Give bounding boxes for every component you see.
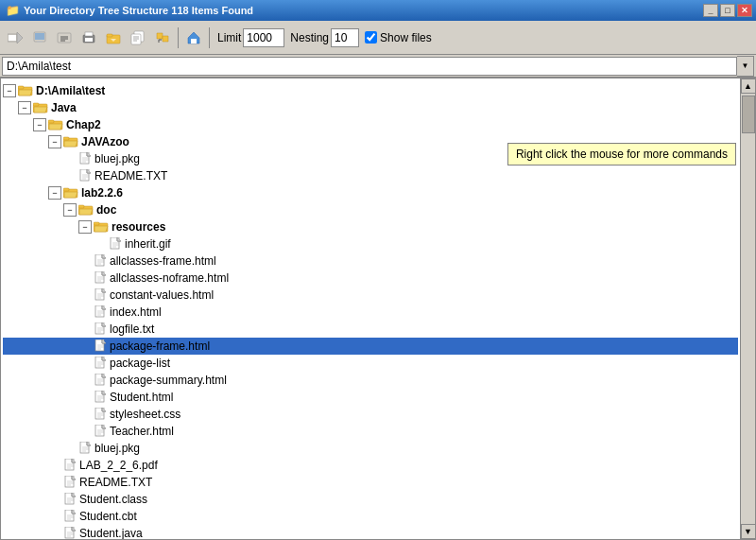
svg-rect-1 xyxy=(9,35,16,41)
tree-item-doc[interactable]: − doc xyxy=(3,201,738,218)
tree-item-student-html[interactable]: Student.html xyxy=(3,389,738,406)
expand-button[interactable]: − xyxy=(48,135,61,148)
limit-label: Limit xyxy=(217,31,241,44)
item-label: Student.java xyxy=(79,526,143,539)
file-icon xyxy=(63,527,77,539)
expand-button[interactable]: − xyxy=(18,101,31,114)
scroll-thumb[interactable] xyxy=(742,96,755,133)
tree-item-student-java[interactable]: Student.java xyxy=(3,525,738,539)
folder-icon-tb xyxy=(106,30,121,45)
collapse-button[interactable] xyxy=(151,26,174,49)
tree-item-inherit-gif[interactable]: inherit.gif xyxy=(3,235,738,253)
toolbar: Limit Nesting Show files xyxy=(0,21,756,55)
tree-item-package-summary[interactable]: package-summary.html xyxy=(3,372,738,389)
tree-item-index-html[interactable]: index.html xyxy=(3,304,738,321)
vertical-scrollbar[interactable]: ▲ ▼ xyxy=(740,78,755,539)
item-label: README.TXT xyxy=(94,168,167,183)
folder-open-icon xyxy=(33,101,48,114)
item-label: Student.html xyxy=(110,390,173,405)
tree-item-lab226-pdf[interactable]: LAB_2_2_6.pdf xyxy=(3,457,738,474)
nav-icon-1 xyxy=(32,30,47,45)
expand-button[interactable]: − xyxy=(63,203,77,217)
nav-icon-2 xyxy=(57,30,72,45)
tree-item-javazoo[interactable]: − JAVAzoo xyxy=(3,133,738,150)
maximize-button[interactable]: □ xyxy=(720,4,735,17)
svg-rect-21 xyxy=(63,137,69,140)
svg-rect-27 xyxy=(78,205,84,208)
address-input[interactable] xyxy=(2,57,737,76)
svg-rect-10 xyxy=(107,34,112,37)
scroll-track[interactable] xyxy=(741,94,756,524)
expand-button[interactable]: − xyxy=(3,84,16,97)
folder-open-icon xyxy=(48,118,63,131)
folder-button[interactable] xyxy=(102,26,125,49)
svg-rect-19 xyxy=(48,120,54,123)
tree-item-bluej-pkg2[interactable]: bluej.pkg xyxy=(3,440,738,457)
tree-item-java[interactable]: − Java xyxy=(3,99,738,116)
nav-button-1[interactable] xyxy=(28,26,51,49)
collapse-icon xyxy=(155,30,170,45)
tree-panel[interactable]: − D:\Amila\test− Java− Chap2− JAVAzoo bl… xyxy=(1,78,740,539)
scroll-down-button[interactable]: ▼ xyxy=(741,524,756,539)
title-bar: 📁 Your Directory Tree Structure 118 Item… xyxy=(0,0,756,21)
tree-item-readme-txt2[interactable]: README.TXT xyxy=(3,474,738,491)
item-label: Student.cbt xyxy=(79,509,137,524)
tree-item-lab226[interactable]: − lab2.2.6 xyxy=(3,184,738,201)
svg-rect-3 xyxy=(35,33,44,40)
item-label: Java xyxy=(51,100,77,115)
tree-item-chap2[interactable]: − Chap2 xyxy=(3,116,738,133)
tree-item-constant-values[interactable]: constant-values.html xyxy=(3,287,738,304)
tree-item-package-frame[interactable]: package-frame.html xyxy=(3,338,738,355)
nav-button-2[interactable] xyxy=(53,26,76,49)
tree-item-teacher-html[interactable]: Teacher.html xyxy=(3,423,738,440)
tree-item-package-list[interactable]: package-list xyxy=(3,355,738,372)
file-icon xyxy=(94,271,107,285)
tree-item-allclasses-frame[interactable]: allclasses-frame.html xyxy=(3,253,738,270)
tree-item-allclasses-noframe[interactable]: allclasses-noframe.html xyxy=(3,270,738,287)
close-button[interactable]: ✕ xyxy=(737,4,752,17)
tree-item-readme-txt1[interactable]: README.TXT xyxy=(3,167,738,184)
tree-item-bluej-pkg1[interactable]: bluej.pkg xyxy=(3,150,738,167)
item-label: resources xyxy=(112,219,165,235)
nesting-label: Nesting xyxy=(290,31,329,44)
tree-item-student-cbt[interactable]: Student.cbt xyxy=(3,508,738,525)
print-button[interactable] xyxy=(77,26,100,49)
show-files-container: Show files xyxy=(365,31,432,44)
tree-item-root[interactable]: − D:\Amila\test xyxy=(3,82,738,99)
app-icon: 📁 xyxy=(6,4,20,17)
file-icon xyxy=(94,288,107,302)
title-controls: _ □ ✕ xyxy=(703,4,752,17)
scroll-up-button[interactable]: ▲ xyxy=(741,78,756,94)
file-icon xyxy=(94,357,107,370)
title-bar-left: 📁 Your Directory Tree Structure 118 Item… xyxy=(6,4,253,17)
tree-item-student-class[interactable]: Student.class xyxy=(3,491,738,508)
limit-input[interactable] xyxy=(243,28,284,47)
folder-open-icon xyxy=(63,186,78,200)
nesting-input[interactable] xyxy=(331,28,359,47)
home-icon xyxy=(186,30,201,45)
expand-button[interactable]: − xyxy=(78,220,92,234)
show-files-checkbox[interactable] xyxy=(365,31,377,44)
home-button[interactable] xyxy=(182,26,205,49)
file-icon xyxy=(94,391,107,404)
tree-item-resources[interactable]: − resources xyxy=(3,218,738,235)
copy-button[interactable] xyxy=(127,26,149,49)
address-dropdown-button[interactable]: ▼ xyxy=(737,56,754,77)
minimize-button[interactable]: _ xyxy=(703,4,718,17)
copy-icon xyxy=(130,30,146,45)
toolbar-separator-2 xyxy=(209,27,210,48)
tree-item-stylesheet-css[interactable]: stylesheet.css xyxy=(3,406,738,423)
item-label: Chap2 xyxy=(66,117,101,132)
svg-rect-7 xyxy=(85,38,93,42)
tree-item-logfile-txt[interactable]: logfile.txt xyxy=(3,321,738,338)
file-icon xyxy=(94,254,107,268)
svg-rect-13 xyxy=(191,39,197,44)
toolbar-separator xyxy=(178,27,179,48)
address-bar: ▼ xyxy=(0,55,756,78)
file-icon xyxy=(63,459,77,472)
expand-button[interactable]: − xyxy=(33,118,46,131)
expand-button[interactable]: − xyxy=(48,186,61,200)
file-icon xyxy=(78,169,92,183)
back-button[interactable] xyxy=(4,26,26,49)
item-label: bluej.pkg xyxy=(94,151,140,166)
